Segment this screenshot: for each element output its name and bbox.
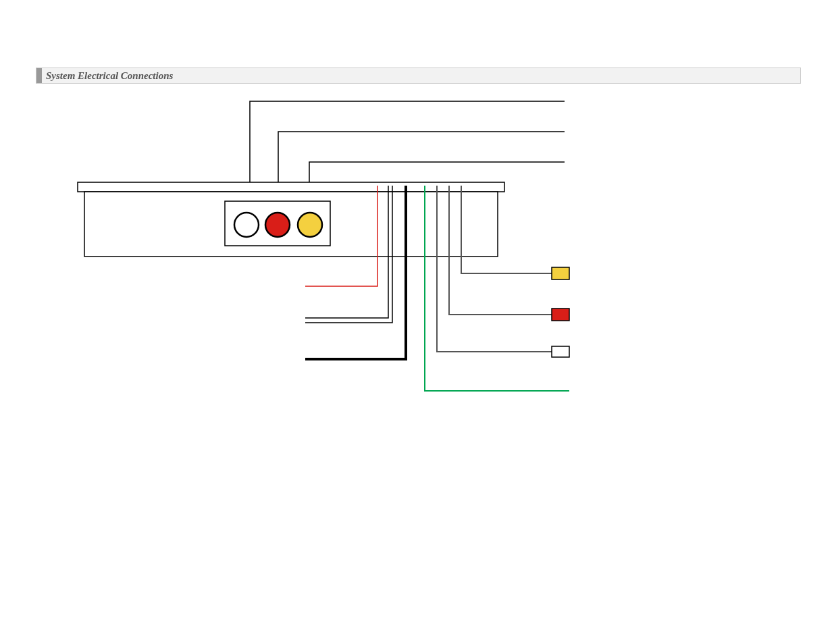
section-title: System Electrical Connections [46, 70, 173, 82]
terminal-white-icon [552, 346, 569, 357]
section-header: System Electrical Connections [36, 68, 801, 84]
rca-red-icon [265, 213, 290, 237]
terminal-red-icon [552, 308, 569, 321]
wiring-diagram [36, 98, 801, 435]
terminal-yellow-icon [552, 267, 569, 279]
rca-yellow-icon [298, 213, 322, 237]
rca-white-icon [234, 213, 259, 237]
device-top-lip [78, 182, 504, 192]
section-tab [36, 68, 42, 83]
